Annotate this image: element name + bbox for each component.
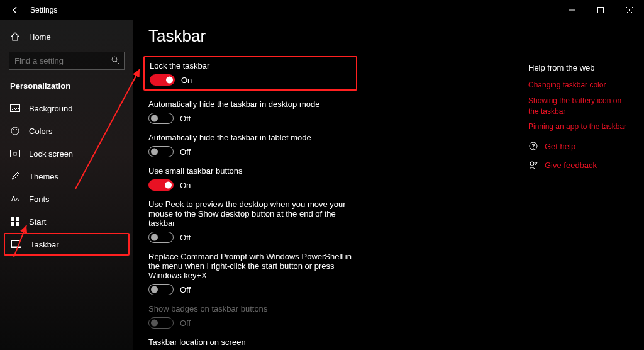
sidebar: Home Personalization Background Colors L… — [0, 20, 133, 350]
setting-small-buttons: Use small taskbar buttons On — [148, 166, 362, 191]
section-label: Personalization — [0, 76, 133, 97]
setting-powershell: Replace Command Prompt with Windows Powe… — [148, 252, 362, 295]
picture-icon — [10, 103, 20, 113]
toggle-autohide-tablet[interactable] — [148, 146, 174, 157]
maximize-button[interactable] — [586, 0, 615, 20]
toggle-autohide-desktop[interactable] — [148, 113, 174, 124]
sidebar-item-label: Fonts — [29, 195, 50, 204]
lockscreen-icon — [10, 149, 20, 159]
setting-peek: Use Peek to preview the desktop when you… — [148, 200, 362, 243]
setting-badges: Show badges on taskbar buttons Off — [148, 304, 362, 329]
home-icon — [10, 31, 20, 42]
sidebar-item-taskbar[interactable]: Taskbar — [4, 233, 130, 256]
toggle-state: On — [180, 181, 191, 190]
toggle-peek[interactable] — [148, 232, 174, 243]
feedback-link[interactable]: Give feedback — [528, 160, 629, 170]
help-title: Help from the web — [528, 63, 629, 72]
palette-icon — [10, 126, 20, 136]
sidebar-item-label: Lock screen — [29, 149, 73, 159]
help-link[interactable]: Showing the battery icon on the taskbar — [528, 96, 629, 117]
taskbar-icon — [11, 239, 21, 249]
svg-point-2 — [112, 57, 117, 62]
content-area: Taskbar Lock the taskbar On Automaticall… — [133, 20, 644, 350]
setting-autohide-desktop: Automatically hide the taskbar in deskto… — [148, 99, 362, 124]
sidebar-item-label: Start — [29, 217, 46, 227]
sidebar-item-start[interactable]: Start — [0, 210, 133, 233]
svg-point-5 — [11, 127, 19, 135]
setting-location: Taskbar location on screen Top — [148, 337, 362, 350]
svg-rect-11 — [16, 217, 19, 221]
toggle-powershell[interactable] — [148, 284, 174, 295]
svg-point-18 — [530, 162, 534, 166]
get-help-link[interactable]: Get help — [528, 141, 629, 151]
help-panel: Help from the web Changing taskbar color… — [528, 63, 629, 170]
setting-label: Replace Command Prompt with Windows Powe… — [148, 252, 362, 280]
toggle-lock-taskbar[interactable] — [150, 74, 175, 86]
sidebar-item-label: Colors — [29, 127, 53, 136]
window-title: Settings — [30, 6, 57, 14]
setting-label: Show badges on taskbar buttons — [148, 304, 362, 313]
toggle-state: Off — [180, 147, 191, 157]
setting-label: Use Peek to preview the desktop when you… — [148, 200, 362, 228]
toggle-state: Off — [180, 319, 191, 328]
sidebar-item-themes[interactable]: Themes — [0, 165, 133, 188]
help-link[interactable]: Pinning an app to the taskbar — [528, 121, 629, 132]
home-nav[interactable]: Home — [0, 25, 133, 48]
svg-point-6 — [13, 129, 14, 130]
home-label: Home — [29, 32, 51, 42]
toggle-badges — [148, 317, 174, 329]
sidebar-item-colors[interactable]: Colors — [0, 120, 133, 142]
search-input[interactable] — [9, 52, 125, 70]
minimize-button[interactable] — [557, 0, 586, 20]
toggle-state: Off — [180, 285, 191, 295]
back-button[interactable] — [9, 4, 21, 16]
search-icon — [111, 55, 119, 64]
svg-point-17 — [533, 148, 534, 149]
sidebar-item-label: Themes — [29, 172, 58, 181]
setting-label: Use small taskbar buttons — [148, 166, 362, 176]
sidebar-item-lockscreen[interactable]: Lock screen — [0, 142, 133, 165]
svg-rect-9 — [14, 152, 16, 155]
help-action-label: Get help — [545, 142, 575, 151]
svg-line-3 — [116, 61, 119, 64]
setting-label: Taskbar location on screen — [148, 337, 362, 347]
font-icon: AA — [10, 194, 20, 204]
svg-rect-10 — [11, 217, 14, 221]
feedback-icon — [528, 160, 538, 170]
help-link[interactable]: Changing taskbar color — [528, 80, 629, 91]
toggle-state: Off — [180, 114, 191, 123]
svg-rect-13 — [16, 222, 19, 226]
toggle-state: On — [181, 76, 192, 85]
toggle-state: Off — [180, 233, 191, 242]
toggle-small-buttons[interactable] — [148, 179, 174, 191]
sidebar-item-label: Background — [29, 104, 72, 113]
svg-rect-1 — [598, 8, 604, 13]
svg-rect-12 — [11, 222, 14, 226]
setting-label: Automatically hide the taskbar in deskto… — [148, 99, 362, 109]
setting-lock-taskbar: Lock the taskbar On — [143, 56, 357, 91]
svg-rect-8 — [11, 150, 20, 157]
setting-autohide-tablet: Automatically hide the taskbar in tablet… — [148, 133, 362, 157]
start-icon — [10, 217, 20, 227]
setting-label: Lock the taskbar — [150, 61, 351, 71]
close-button[interactable] — [615, 0, 644, 20]
svg-rect-14 — [12, 241, 21, 248]
help-icon — [528, 141, 538, 151]
sidebar-item-label: Taskbar — [30, 240, 59, 249]
brush-icon — [10, 171, 20, 181]
setting-label: Automatically hide the taskbar in tablet… — [148, 133, 362, 142]
svg-point-7 — [16, 129, 17, 130]
help-action-label: Give feedback — [545, 161, 597, 170]
sidebar-item-fonts[interactable]: AA Fonts — [0, 188, 133, 210]
page-title: Taskbar — [148, 26, 629, 46]
sidebar-item-background[interactable]: Background — [0, 97, 133, 120]
